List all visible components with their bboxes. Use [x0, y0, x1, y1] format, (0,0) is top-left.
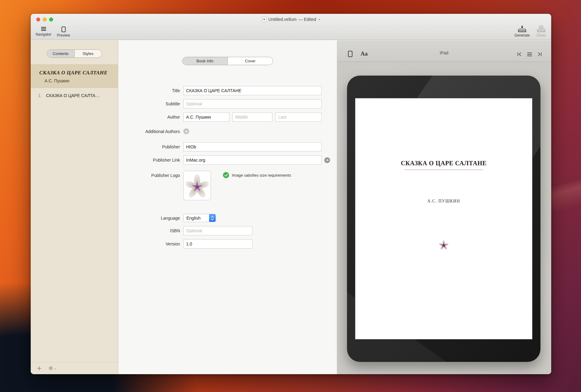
- app-window: ✻ Untitled.vellum — Edited ▾ Navigator P…: [31, 14, 551, 374]
- subtitle-input[interactable]: [183, 99, 322, 108]
- checkmark-icon: [223, 172, 229, 178]
- ipad-screen[interactable]: СКАЗКА О ЦАРЕ САЛТАНЕ А.С. ПУШКИН: [355, 98, 532, 339]
- book-header-item[interactable]: СКАЗКА О ЦАРЕ САЛТАНЕ А.С. Пушкин: [31, 65, 118, 88]
- author-first-input[interactable]: [183, 112, 229, 122]
- publisher-link-input[interactable]: [183, 155, 322, 165]
- language-popup[interactable]: English: [183, 214, 216, 222]
- chevron-down-icon: ⌄: [54, 367, 56, 370]
- preview-button[interactable]: Preview: [57, 26, 70, 37]
- chevron-down-icon[interactable]: ▾: [318, 18, 320, 21]
- add-author-button[interactable]: +: [183, 128, 189, 134]
- flower-logo-image: [186, 174, 209, 198]
- sidebar-tab-switcher: Contents Styles: [47, 49, 102, 58]
- generate-label: Generate: [514, 33, 530, 37]
- book-title: СКАЗКА О ЦАРЕ САЛТАНЕ: [39, 70, 115, 76]
- add-chapter-button[interactable]: [37, 366, 42, 371]
- title-rule: [404, 170, 483, 170]
- isbn-input[interactable]: [183, 226, 252, 235]
- publisher-logo-label: Publisher Logo: [118, 171, 183, 178]
- book-info-panel: Book Info Cover Title Subtitle Author: [118, 40, 337, 374]
- chapter-list-item[interactable]: 1. СКАЗКА О ЦАРЕ САЛТА…: [31, 88, 118, 98]
- navigator-label: Navigator: [36, 32, 51, 37]
- skip-to-end-icon[interactable]: [537, 52, 542, 57]
- show-button[interactable]: Show: [536, 25, 546, 37]
- sidebar: Contents Styles СКАЗКА О ЦАРЕ САЛТАНЕ А.…: [31, 40, 118, 374]
- document-icon: ✻: [262, 17, 267, 22]
- logo-status: Image satisfies size requirements: [223, 172, 291, 178]
- publisher-input[interactable]: [183, 142, 322, 151]
- generate-book-icon: [517, 25, 527, 32]
- isbn-label: ISBN: [118, 228, 183, 233]
- publisher-link-label: Publisher Link: [118, 158, 183, 163]
- gear-icon: ⚙: [49, 365, 53, 371]
- language-value: English: [184, 216, 209, 221]
- edited-status: — Edited: [298, 17, 316, 22]
- tab-contents[interactable]: Contents: [47, 50, 74, 57]
- preview-area: СКАЗКА О ЦАРЕ САЛТАНЕ А.С. ПУШКИН: [337, 62, 551, 374]
- popup-stepper-icon: [209, 214, 216, 222]
- generate-button[interactable]: Generate: [514, 25, 530, 37]
- preview-toolbar: Aa iPad: [337, 40, 551, 62]
- additional-authors-label: Additional Authors: [118, 129, 183, 134]
- actions-menu-button[interactable]: ⚙ ⌄: [49, 365, 57, 371]
- preview-panel: Aa iPad СКАЗК: [337, 40, 551, 374]
- version-input[interactable]: [183, 239, 252, 249]
- version-label: Version: [118, 241, 183, 246]
- language-label: Language: [118, 216, 183, 221]
- tab-book-info[interactable]: Book Info: [182, 57, 228, 65]
- author-middle-input[interactable]: [232, 112, 272, 122]
- tablet-icon: [61, 26, 66, 32]
- title-input[interactable]: [183, 86, 322, 95]
- document-name: Untitled.vellum: [268, 17, 297, 22]
- open-link-button[interactable]: ➜: [324, 157, 330, 163]
- title-label: Title: [118, 88, 183, 93]
- table-of-contents-icon[interactable]: [527, 52, 532, 57]
- flower-ornament-icon: [439, 240, 448, 250]
- navigator-button[interactable]: Navigator: [36, 26, 51, 37]
- preview-label: Preview: [57, 33, 70, 37]
- logo-status-text: Image satisfies size requirements: [232, 173, 291, 178]
- navigator-icon: [41, 26, 47, 31]
- subtitle-label: Subtitle: [118, 101, 183, 106]
- show-label: Show: [536, 33, 546, 37]
- tab-styles[interactable]: Styles: [74, 50, 102, 57]
- publisher-label: Publisher: [118, 144, 183, 149]
- preview-book-author: А.С. ПУШКИН: [427, 199, 460, 204]
- author-label: Author: [118, 115, 183, 120]
- form-tab-switcher: Book Info Cover: [182, 57, 273, 65]
- show-eye-book-icon: [536, 25, 546, 32]
- window-title: ✻ Untitled.vellum — Edited ▾: [31, 17, 551, 22]
- publisher-logo-well[interactable]: [183, 171, 211, 200]
- skip-to-start-icon[interactable]: [517, 52, 522, 57]
- sidebar-footer: ⚙ ⌄: [31, 362, 118, 374]
- chapter-number: 1.: [38, 93, 46, 98]
- book-author: А.С. Пушкин: [45, 78, 115, 83]
- preview-book-title: СКАЗКА О ЦАРЕ САЛТАНЕ: [401, 160, 487, 167]
- chapter-title: СКАЗКА О ЦАРЕ САЛТА…: [46, 93, 99, 98]
- tab-cover[interactable]: Cover: [228, 57, 273, 65]
- titlebar: ✻ Untitled.vellum — Edited ▾ Navigator P…: [31, 14, 551, 40]
- author-last-input[interactable]: [275, 112, 322, 122]
- ipad-device-frame: СКАЗКА О ЦАРЕ САЛТАНЕ А.С. ПУШКИН: [347, 76, 540, 362]
